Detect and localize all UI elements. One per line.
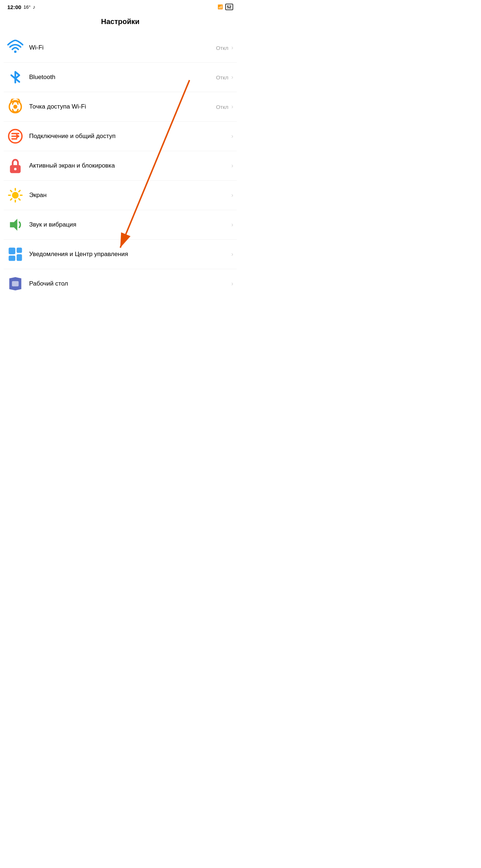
signal-icon: 📶 xyxy=(218,4,223,9)
lock-icon xyxy=(7,158,23,174)
svg-line-13 xyxy=(19,191,20,192)
connection-chevron: › xyxy=(230,133,233,140)
battery-icon: 52 xyxy=(225,4,233,10)
settings-item-screen[interactable]: Экран › xyxy=(4,181,237,210)
svg-line-14 xyxy=(11,199,12,200)
svg-rect-17 xyxy=(9,256,15,261)
time: 12:00 xyxy=(7,4,21,10)
settings-item-wifi[interactable]: Wi-Fi Откл › xyxy=(4,33,237,63)
hotspot-status: Откл › xyxy=(216,103,233,110)
settings-item-desktop[interactable]: Рабочий стол › xyxy=(4,269,237,298)
screen-icon xyxy=(7,187,23,203)
svg-line-12 xyxy=(19,199,20,200)
sound-icon xyxy=(7,217,23,233)
sound-chevron: › xyxy=(230,221,233,228)
lockscreen-chevron: › xyxy=(230,162,233,169)
svg-point-1 xyxy=(13,105,17,109)
share-icon xyxy=(7,128,23,144)
settings-item-notifications[interactable]: Уведомления и Центр управления › xyxy=(4,240,237,269)
lockscreen-label: Активный экран и блокировка xyxy=(29,161,230,170)
bluetooth-icon xyxy=(7,69,23,85)
sound-label: Звук и вибрация xyxy=(29,220,230,229)
wifi-label: Wi-Fi xyxy=(29,43,216,52)
notif-icon xyxy=(7,246,23,262)
svg-line-11 xyxy=(11,191,12,192)
settings-item-lockscreen[interactable]: Активный экран и блокировка › xyxy=(4,151,237,181)
settings-item-sound[interactable]: Звук и вибрация › xyxy=(4,210,237,240)
notifications-label: Уведомления и Центр управления xyxy=(29,250,230,259)
svg-rect-18 xyxy=(17,248,22,253)
svg-point-6 xyxy=(12,192,19,199)
svg-point-5 xyxy=(14,168,17,170)
temp: 16° xyxy=(23,4,31,10)
screen-chevron: › xyxy=(230,192,233,199)
settings-item-bluetooth[interactable]: Bluetooth Откл › xyxy=(4,63,237,92)
hotspot-icon xyxy=(7,99,23,115)
screen-label: Экран xyxy=(29,191,230,200)
page-title: Настройки xyxy=(0,12,240,33)
desktop-label: Рабочий стол xyxy=(29,279,230,288)
svg-rect-19 xyxy=(17,254,22,261)
wifi-status: Откл › xyxy=(216,44,233,51)
connection-label: Подключение и общий доступ xyxy=(29,132,230,141)
svg-point-0 xyxy=(14,51,17,53)
wifi-icon xyxy=(7,40,23,56)
desktop-icon xyxy=(7,276,23,292)
settings-item-connection[interactable]: Подключение и общий доступ › xyxy=(4,122,237,151)
svg-rect-20 xyxy=(12,281,19,287)
svg-rect-16 xyxy=(9,248,15,254)
desktop-chevron: › xyxy=(230,280,233,287)
status-bar: 12:00 16° ♪ 📶 52 xyxy=(0,0,240,12)
notifications-chevron: › xyxy=(230,251,233,258)
svg-marker-15 xyxy=(10,219,17,231)
hotspot-label: Точка доступа Wi-Fi xyxy=(29,102,216,111)
settings-item-hotspot[interactable]: Точка доступа Wi-Fi Откл › xyxy=(4,92,237,122)
tiktok-icon: ♪ xyxy=(33,4,35,10)
bluetooth-status: Откл › xyxy=(216,74,233,80)
bluetooth-label: Bluetooth xyxy=(29,73,216,82)
